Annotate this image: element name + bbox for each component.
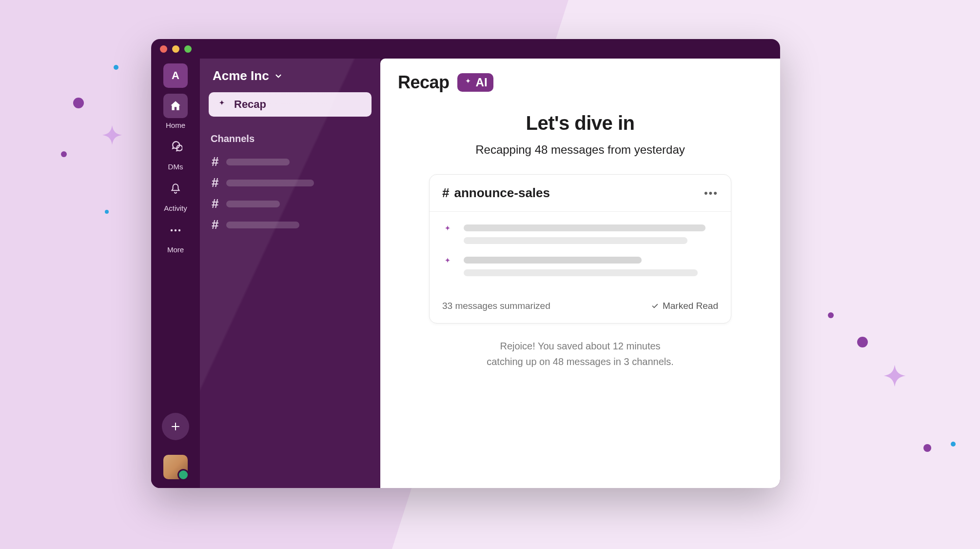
check-icon	[651, 302, 659, 310]
minimize-window-button[interactable]	[172, 45, 179, 53]
channel-name-placeholder	[226, 180, 314, 186]
svg-point-2	[178, 229, 180, 231]
main-content: Recap AI Let's dive in Recapping 48 mess…	[380, 59, 780, 488]
summary-placeholder	[464, 224, 706, 231]
summary-placeholder	[464, 269, 698, 276]
decorative-dot	[857, 337, 868, 347]
nav-home[interactable]: Home	[163, 94, 188, 129]
sidebar-item-recap[interactable]: Recap	[209, 92, 372, 117]
hash-icon: #	[212, 217, 218, 232]
nav-dms-label: DMs	[168, 163, 183, 171]
dms-icon	[169, 141, 182, 154]
bell-icon	[169, 183, 182, 195]
window-titlebar	[151, 39, 780, 59]
channel-item[interactable]: #	[209, 172, 372, 193]
page-title: Recap	[398, 72, 450, 93]
card-channel[interactable]: # announce-sales	[442, 185, 550, 201]
channel-name-placeholder	[226, 222, 299, 228]
sparkle-icon	[442, 257, 453, 267]
workspace-switcher[interactable]: A	[163, 63, 188, 88]
sparkle-icon	[463, 78, 473, 87]
sparkle-icon	[93, 122, 132, 161]
summary-count: 33 messages summarized	[442, 301, 550, 311]
chevron-down-icon	[274, 72, 283, 81]
sparkle-icon	[216, 99, 227, 110]
channel-item[interactable]: #	[209, 193, 372, 214]
compose-button[interactable]	[162, 413, 189, 440]
sparkle-icon	[442, 224, 453, 235]
nav-home-label: Home	[166, 121, 185, 129]
workspace-menu[interactable]: Acme Inc	[209, 65, 372, 92]
card-more-button[interactable]: •••	[704, 187, 718, 200]
nav-activity[interactable]: Activity	[163, 177, 188, 212]
decorative-dot	[61, 151, 67, 157]
decorative-dot	[105, 210, 109, 214]
hash-icon: #	[442, 185, 449, 201]
footer-line-2: catching up on 48 messages in 3 channels…	[398, 354, 763, 369]
nav-more-label: More	[167, 245, 184, 254]
nav-activity-label: Activity	[164, 204, 187, 212]
sparkle-icon	[873, 361, 917, 405]
ai-badge-label: AI	[476, 76, 488, 89]
card-channel-name: announce-sales	[454, 185, 550, 201]
workspace-name: Acme Inc	[213, 68, 269, 83]
workspace-letter: A	[172, 69, 179, 82]
decorative-dot	[73, 98, 84, 108]
plus-icon	[170, 421, 181, 432]
decorative-dot	[828, 312, 834, 318]
more-icon	[169, 228, 182, 233]
svg-point-0	[171, 229, 173, 231]
nav-more[interactable]: More	[163, 218, 188, 254]
marked-read[interactable]: Marked Read	[651, 301, 718, 311]
channel-name-placeholder	[226, 201, 280, 207]
decorative-dot	[923, 444, 931, 452]
channel-item[interactable]: #	[209, 214, 372, 235]
decorative-dot	[951, 442, 956, 447]
decorative-dot	[114, 65, 118, 70]
home-icon	[169, 100, 182, 112]
hash-icon: #	[212, 175, 218, 190]
channel-name-placeholder	[226, 159, 290, 165]
footer-line-1: Rejoice! You saved about 12 minutes	[398, 338, 763, 354]
nav-rail: A Home DMs Activity	[151, 59, 200, 488]
footer-note: Rejoice! You saved about 12 minutes catc…	[398, 338, 763, 369]
channels-header[interactable]: Channels	[211, 133, 370, 144]
summary-placeholder	[464, 237, 687, 244]
channel-item[interactable]: #	[209, 151, 372, 172]
sidebar: Acme Inc Recap Channels # # # #	[200, 59, 380, 488]
hero-subtitle: Recapping 48 messages from yesterday	[398, 143, 763, 157]
marked-read-label: Marked Read	[663, 301, 718, 311]
sidebar-recap-label: Recap	[234, 98, 266, 111]
recap-card: # announce-sales •••	[429, 174, 731, 324]
app-window: A Home DMs Activity	[151, 39, 780, 488]
nav-dms[interactable]: DMs	[163, 135, 188, 171]
hash-icon: #	[212, 154, 218, 169]
ai-badge: AI	[457, 73, 493, 92]
user-avatar[interactable]	[163, 455, 188, 479]
hash-icon: #	[212, 196, 218, 211]
svg-point-1	[175, 229, 176, 231]
maximize-window-button[interactable]	[184, 45, 192, 53]
hero-title: Let's dive in	[398, 112, 763, 134]
summary-placeholder	[464, 257, 642, 264]
close-window-button[interactable]	[160, 45, 167, 53]
